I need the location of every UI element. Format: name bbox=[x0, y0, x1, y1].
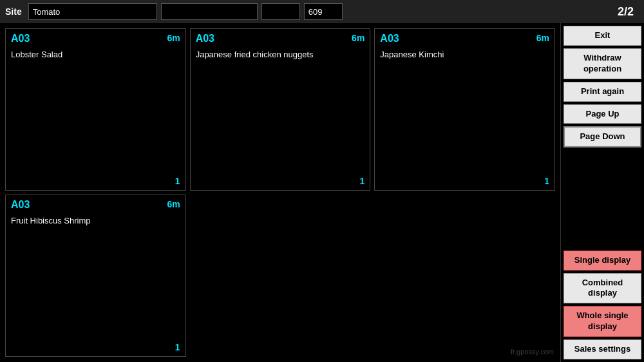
print-again-button[interactable]: Print again bbox=[564, 82, 641, 102]
card-table: A03 bbox=[380, 33, 399, 44]
card-table: A03 bbox=[11, 33, 30, 44]
order-grid: A03 6m Lobster Salad 1 A03 6m Japanese f… bbox=[0, 23, 560, 362]
card-qty: 1 bbox=[380, 176, 549, 186]
card-qty: 1 bbox=[196, 176, 365, 186]
card-item: Lobster Salad bbox=[11, 50, 180, 176]
sales-settings-button[interactable]: Sales settings bbox=[564, 339, 641, 359]
card-table: A03 bbox=[196, 33, 214, 44]
site-input[interactable] bbox=[28, 3, 157, 20]
page-down-button[interactable]: Page Down bbox=[564, 126, 641, 148]
combined-display-button[interactable]: Combined display bbox=[564, 273, 641, 304]
card-header: A03 6m bbox=[11, 199, 180, 211]
site-label: Site bbox=[5, 6, 22, 17]
card-item: Japanese Kimchi bbox=[380, 50, 549, 176]
page-up-button[interactable]: Page Up bbox=[564, 104, 641, 124]
card-item: Japanese fried chicken nuggets bbox=[196, 50, 365, 176]
short-input[interactable] bbox=[261, 3, 300, 20]
order-card: A03 6m Lobster Salad 1 bbox=[5, 28, 186, 191]
whole-single-display-button[interactable]: Whole single display bbox=[564, 306, 641, 337]
order-card: A03 6m Fruit Hibiscus Shrimp 1 bbox=[5, 195, 186, 357]
header: Site 2/2 bbox=[0, 0, 644, 23]
card-qty: 1 bbox=[11, 176, 180, 186]
card-time: 6m bbox=[352, 33, 365, 43]
page-indicator: 2/2 bbox=[618, 5, 639, 19]
card-header: A03 6m bbox=[196, 33, 365, 44]
single-display-button[interactable]: Single display bbox=[564, 251, 641, 271]
card-time: 6m bbox=[167, 33, 180, 43]
watermark: fr.gpossy.com bbox=[511, 348, 554, 356]
withdraw-button[interactable]: Withdraw operation bbox=[564, 48, 641, 79]
card-header: A03 6m bbox=[380, 33, 549, 44]
order-card: A03 6m Japanese Kimchi 1 bbox=[374, 28, 555, 191]
card-item: Fruit Hibiscus Shrimp bbox=[11, 216, 180, 342]
main-area: A03 6m Lobster Salad 1 A03 6m Japanese f… bbox=[0, 23, 644, 362]
sidebar: Exit Withdraw operation Print again Page… bbox=[560, 23, 644, 362]
card-time: 6m bbox=[536, 33, 549, 43]
card-header: A03 6m bbox=[11, 33, 180, 44]
card-table: A03 bbox=[11, 199, 30, 211]
order-card: A03 6m Japanese fried chicken nuggets 1 bbox=[190, 28, 371, 191]
num-input[interactable] bbox=[304, 3, 343, 20]
mid-input[interactable] bbox=[161, 3, 258, 20]
card-time: 6m bbox=[167, 199, 180, 209]
exit-button[interactable]: Exit bbox=[564, 26, 641, 46]
card-qty: 1 bbox=[11, 342, 180, 352]
